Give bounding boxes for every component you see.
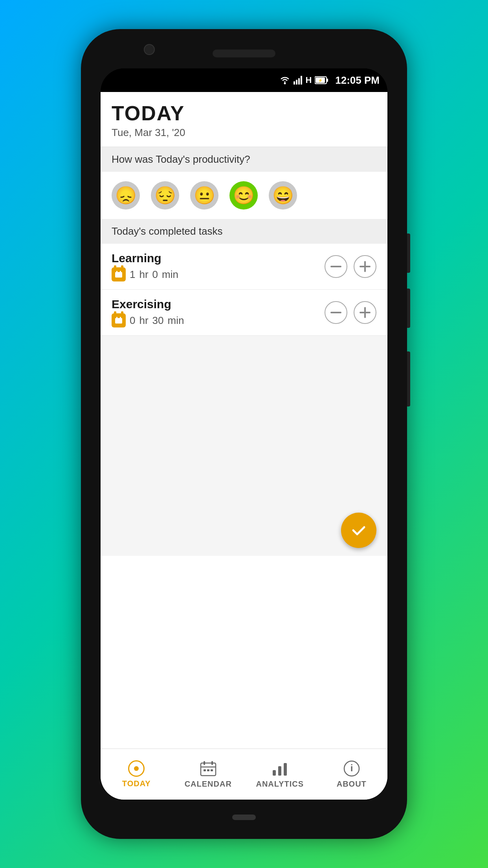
today-nav-icon [128,760,145,777]
phone-screen: H ⚡ 12:05 PM TODAY Tue, Mar 31, '20 How … [101,68,387,800]
page-title: TODAY [112,101,376,125]
analytics-nav-icon [271,760,288,777]
task-controls [325,255,376,278]
svg-rect-4 [298,78,300,85]
task-hr-label: hr [139,268,148,281]
task-hours: 0 [130,314,135,327]
status-icons: H ⚡ 12:05 PM [279,74,380,86]
svg-rect-31 [284,763,287,776]
productivity-section-label: How was Today's productivity? [101,147,387,172]
task-item: Learning 1 hr 0 [101,244,387,290]
task-left: Exercising 0 hr 30 [112,298,184,327]
empty-area [101,336,387,556]
nav-about-label: ABOUT [337,780,367,789]
mood-good[interactable]: 😊 [229,181,258,210]
network-type: H [305,75,312,85]
task-hours: 1 [130,268,135,281]
task-increase-button[interactable] [354,301,376,324]
svg-rect-21 [360,312,371,313]
task-minutes: 30 [152,314,164,327]
task-increase-button[interactable] [354,255,376,278]
task-min-label: min [168,314,184,327]
svg-rect-24 [211,761,213,765]
mood-row: 😞 😔 😐 😊 😄 [112,181,376,210]
nav-today-label: TODAY [122,779,151,788]
task-item: Exercising 0 hr 30 [101,290,387,336]
about-nav-icon: i [343,760,360,777]
nav-about[interactable]: i ABOUT [316,749,388,800]
svg-rect-10 [115,272,122,278]
svg-rect-18 [120,317,121,319]
task-decrease-button[interactable] [325,301,347,324]
svg-rect-11 [116,271,117,273]
page-date: Tue, Mar 31, '20 [112,127,376,139]
svg-rect-30 [278,766,281,776]
svg-rect-13 [330,266,341,267]
status-time: 12:05 PM [335,74,380,86]
svg-rect-27 [207,769,209,771]
task-time: 1 hr 0 min [112,267,178,281]
phone-device: H ⚡ 12:05 PM TODAY Tue, Mar 31, '20 How … [81,29,407,839]
svg-rect-3 [296,80,297,85]
nav-calendar[interactable]: CALENDAR [172,749,244,800]
add-task-button[interactable] [341,513,376,548]
svg-text:i: i [350,763,353,773]
tasks-section-label: Today's completed tasks [101,219,387,244]
svg-rect-17 [116,317,117,319]
nav-analytics[interactable]: ANALYTICS [244,749,316,800]
task-left: Learning 1 hr 0 [112,252,178,281]
svg-rect-29 [273,770,276,776]
svg-rect-26 [204,769,206,771]
svg-rect-15 [360,266,371,267]
volume-up-button [407,234,410,273]
task-name: Exercising [112,298,184,311]
mood-section: 😞 😔 😐 😊 😄 [101,172,387,219]
task-decrease-button[interactable] [325,255,347,278]
svg-rect-7 [327,79,328,82]
task-time: 0 hr 30 min [112,313,184,327]
svg-text:⚡: ⚡ [318,78,323,83]
app-header: TODAY Tue, Mar 31, '20 [101,92,387,147]
wifi-icon [279,76,290,85]
checkmark-icon [350,522,367,539]
battery-icon: ⚡ [315,76,329,85]
mood-neutral[interactable]: 😐 [190,181,218,210]
svg-rect-23 [204,761,205,765]
bottom-nav: TODAY CALENDAR [101,748,387,800]
task-controls [325,301,376,324]
svg-rect-16 [115,318,122,324]
task-name: Learning [112,252,178,265]
mood-very-bad[interactable]: 😞 [112,181,140,210]
signal-icon [294,76,302,85]
tasks-list: Learning 1 hr 0 [101,244,387,748]
task-hr-label: hr [139,314,148,327]
volume-down-button [407,289,410,328]
svg-rect-28 [211,769,213,771]
svg-rect-2 [294,81,295,85]
svg-rect-12 [120,271,121,273]
task-category-icon [112,267,126,281]
task-category-icon [112,313,126,327]
app-screen: TODAY Tue, Mar 31, '20 How was Today's p… [101,92,387,800]
power-button [407,351,410,406]
svg-rect-19 [330,312,341,313]
nav-calendar-label: CALENDAR [185,780,232,789]
svg-point-1 [284,83,286,85]
nav-today[interactable]: TODAY [101,749,172,800]
task-minutes: 0 [152,268,158,281]
svg-rect-5 [301,76,302,85]
mood-great[interactable]: 😄 [269,181,297,210]
phone-speaker [213,50,275,57]
phone-camera [144,44,155,55]
mood-bad[interactable]: 😔 [151,181,179,210]
nav-analytics-label: ANALYTICS [256,780,304,789]
home-indicator [232,815,256,820]
task-min-label: min [162,268,178,281]
calendar-nav-icon [200,760,217,777]
status-bar: H ⚡ 12:05 PM [101,68,387,92]
